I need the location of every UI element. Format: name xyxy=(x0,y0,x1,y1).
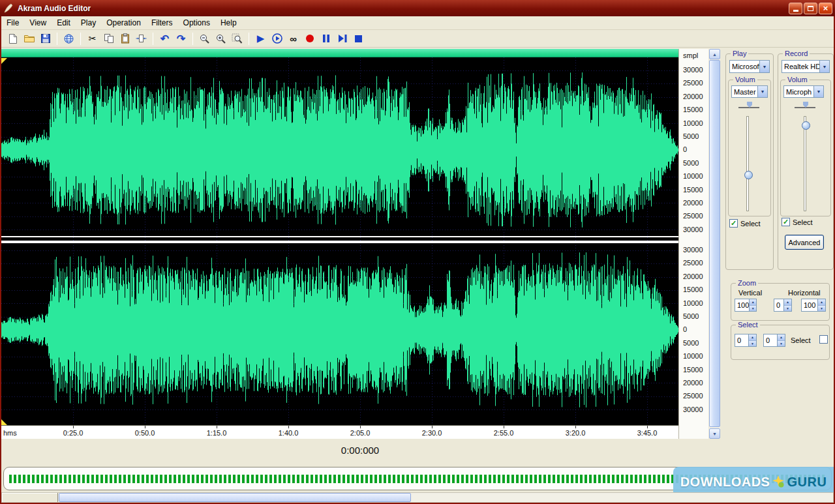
spin-up-icon[interactable]: ▲ xyxy=(750,299,756,306)
watermark-text-left: DOWNLOADS xyxy=(680,475,770,490)
waveform-canvas[interactable] xyxy=(1,57,678,425)
new-button[interactable] xyxy=(5,31,21,46)
select-start-input[interactable]: 0 ▲▼ xyxy=(735,334,757,347)
select-checkbox[interactable] xyxy=(819,335,828,344)
play-device-select[interactable]: Microsoft S ▼ xyxy=(729,60,770,73)
spin-up-icon[interactable]: ▲ xyxy=(818,299,825,306)
menu-play[interactable]: Play xyxy=(76,17,101,29)
record-balance-slider[interactable] xyxy=(795,102,815,110)
toolbar-separator xyxy=(249,33,249,45)
maximize-button[interactable] xyxy=(804,3,817,14)
save-button[interactable] xyxy=(37,31,53,46)
play-group-label: Play xyxy=(731,50,748,57)
spinner-buttons[interactable]: ▲▼ xyxy=(783,299,791,311)
minimize-button[interactable] xyxy=(789,3,802,14)
redo-icon: ↷ xyxy=(177,33,185,45)
stop-button[interactable] xyxy=(350,31,367,46)
play-volume-device-select[interactable]: Master V ▼ xyxy=(731,85,768,98)
trim-button[interactable] xyxy=(133,31,149,46)
vertical-scroll-thumb[interactable] xyxy=(709,60,720,427)
pause-button[interactable] xyxy=(318,31,334,46)
title-bar[interactable]: Akram Audio Editor × xyxy=(0,0,835,16)
record-select-checkbox[interactable]: ✓ Select xyxy=(782,218,813,226)
web-button[interactable] xyxy=(61,31,77,46)
spin-down-icon[interactable]: ▼ xyxy=(784,306,791,312)
spinner-buttons[interactable]: ▲▼ xyxy=(748,334,756,346)
menu-filters[interactable]: Filters xyxy=(146,17,178,29)
menu-bar: File View Edit Play Operation Filters Op… xyxy=(1,16,834,30)
spinner-buttons[interactable]: ▲▼ xyxy=(817,299,825,311)
scale-label: 20000 xyxy=(683,200,709,207)
spin-down-icon[interactable]: ▼ xyxy=(778,341,785,347)
menu-view[interactable]: View xyxy=(24,17,52,29)
menu-edit[interactable]: Edit xyxy=(52,17,76,29)
advanced-button[interactable]: Advanced xyxy=(785,235,824,250)
record-button[interactable] xyxy=(301,31,318,46)
open-button[interactable] xyxy=(21,31,37,46)
menu-file[interactable]: File xyxy=(1,17,24,29)
spinner-buttons[interactable]: ▲▼ xyxy=(749,299,756,311)
horizontal-scroll-thumb[interactable] xyxy=(59,493,411,502)
zoom-horizontal-input-a[interactable]: 0 ▲▼ xyxy=(774,299,792,312)
spinner-buttons[interactable]: ▲▼ xyxy=(777,334,785,346)
play-select-checkbox[interactable]: ✓ Select xyxy=(729,219,761,228)
chevron-down-icon[interactable]: ▼ xyxy=(819,61,829,72)
loop-button[interactable]: ∞ xyxy=(285,31,301,46)
app-icon xyxy=(4,3,14,14)
play-balance-slider[interactable] xyxy=(738,102,759,110)
chevron-down-icon[interactable]: ▼ xyxy=(759,61,769,72)
record-device-select[interactable]: Realtek HD ▼ xyxy=(782,60,830,73)
scale-label: 15000 xyxy=(683,186,709,194)
play-button[interactable]: ▶ xyxy=(252,31,269,46)
ruler-tick-label: 1:40.0 xyxy=(270,429,307,437)
scale-label: 5000 xyxy=(683,340,709,347)
undo-button[interactable]: ↶ xyxy=(157,31,173,46)
zoom-in-button[interactable] xyxy=(213,31,229,46)
waveform-display[interactable]: hms 0:25.0 0:50.0 1:15.0 1:40.0 2:05.0 2… xyxy=(1,49,678,439)
record-volume-slider-thumb[interactable] xyxy=(802,121,810,130)
scroll-down-button[interactable]: ▼ xyxy=(709,428,720,439)
zoom-selection-button[interactable] xyxy=(229,31,245,46)
horizontal-scrollbar[interactable] xyxy=(1,492,834,503)
scale-label: 25000 xyxy=(683,393,709,400)
cut-button[interactable]: ✂ xyxy=(84,31,100,46)
scroll-up-button[interactable]: ▲ xyxy=(709,49,720,59)
paste-button[interactable] xyxy=(117,31,133,46)
vertical-scrollbar[interactable]: ▲ ▼ xyxy=(709,49,720,439)
scale-label: 10000 xyxy=(683,353,709,360)
spin-down-icon[interactable]: ▼ xyxy=(749,341,756,347)
chevron-down-icon[interactable]: ▼ xyxy=(813,86,823,97)
zoom-horizontal-input-b[interactable]: 100 ▲▼ xyxy=(801,299,826,312)
ruler-tick-label: 2:55.0 xyxy=(485,429,522,437)
menu-help[interactable]: Help xyxy=(215,17,242,29)
spin-up-icon[interactable]: ▲ xyxy=(784,299,791,306)
scale-label: 25000 xyxy=(683,259,709,267)
spin-up-icon[interactable]: ▲ xyxy=(749,334,756,341)
zoom-vertical-input[interactable]: 100 ▲▼ xyxy=(735,299,757,312)
menu-operation[interactable]: Operation xyxy=(101,17,146,29)
spin-down-icon[interactable]: ▼ xyxy=(818,306,825,312)
time-ruler[interactable]: hms 0:25.0 0:50.0 1:15.0 1:40.0 2:05.0 2… xyxy=(1,425,678,439)
play-volume-slider-thumb[interactable] xyxy=(744,171,753,179)
select-end-value: 0 xyxy=(764,334,777,346)
play-pause-button[interactable] xyxy=(334,31,350,46)
scale-label: 10000 xyxy=(683,120,709,127)
window-title: Akram Audio Editor xyxy=(18,4,789,13)
cue-marker-top xyxy=(1,58,7,64)
record-volume-device-select[interactable]: Microph ▼ xyxy=(783,85,824,98)
ruler-tick-label: 0:25.0 xyxy=(55,429,91,437)
select-end-input[interactable]: 0 ▲▼ xyxy=(763,334,785,347)
menu-options[interactable]: Options xyxy=(178,17,215,29)
record-volume-slider-track[interactable] xyxy=(804,116,806,211)
spin-up-icon[interactable]: ▲ xyxy=(778,334,785,341)
redo-button[interactable]: ↷ xyxy=(173,31,189,46)
chevron-down-icon[interactable]: ▼ xyxy=(757,86,767,97)
zoom-out-button[interactable] xyxy=(196,31,213,46)
close-button[interactable]: × xyxy=(819,3,832,14)
play-volume-slider-track[interactable] xyxy=(746,116,749,211)
play-all-button[interactable] xyxy=(269,31,285,46)
copy-button[interactable] xyxy=(100,31,117,46)
zoom-horizontal-value-a: 0 xyxy=(774,299,783,311)
spin-down-icon[interactable]: ▼ xyxy=(750,306,756,312)
overview-selection-bar[interactable] xyxy=(1,49,678,57)
